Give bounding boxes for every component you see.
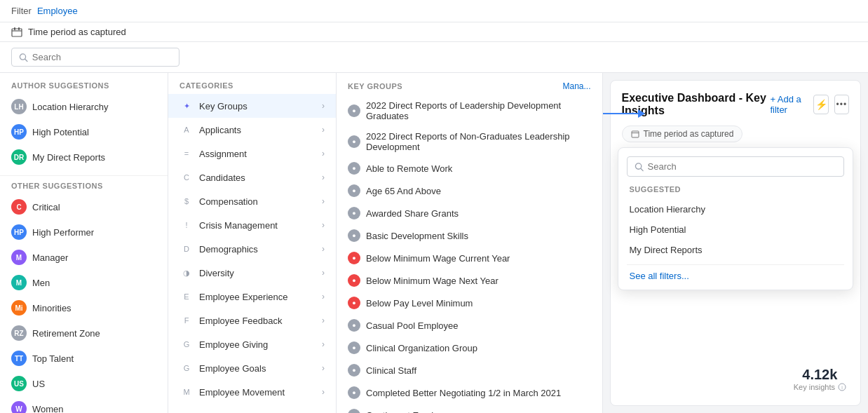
key-group-item[interactable]: ● Completed Better Negotiating 1/2 in Ma… [337, 381, 602, 404]
page-wrapper: Filter Employee Time period as captured … [0, 0, 868, 413]
author-suggestions-header: AUTHOR SUGGESTIONS [0, 79, 168, 94]
key-group-item[interactable]: ● Age 65 And Above [337, 180, 602, 202]
category-label: Employee Movement [199, 387, 316, 398]
key-group-item[interactable]: ● Able to Remote Work [337, 157, 602, 180]
category-item[interactable]: C Candidates › [168, 165, 336, 189]
category-item[interactable]: F Employee Feedback › [168, 309, 336, 332]
chevron-right-icon: › [322, 149, 325, 158]
key-group-item[interactable]: ● Clinical Organization Group [337, 337, 602, 359]
category-label: Employee Experience [199, 292, 316, 302]
search-input[interactable] [32, 52, 172, 62]
suggestion-label: High Potential [32, 127, 89, 137]
suggestion-label: US [32, 379, 45, 389]
key-group-item[interactable]: ● Casual Pool Employee [337, 314, 602, 337]
category-item[interactable]: D Demographics › [168, 237, 336, 261]
suggestion-label: High Performer [32, 227, 94, 238]
category-item[interactable]: ◑ Diversity › [168, 261, 336, 285]
suggestion-label: Women [32, 404, 64, 414]
category-item[interactable]: G Employee Goals › [168, 356, 336, 380]
key-group-item[interactable]: ● 2022 Direct Reports of Non-Graduates L… [337, 126, 602, 157]
category-icon: P [179, 409, 194, 413]
category-item[interactable]: ! Crisis Management › [168, 213, 336, 237]
category-item[interactable]: E Employee Experience › [168, 285, 336, 309]
other-suggestion-item[interactable]: M Manager [0, 245, 168, 270]
category-item[interactable]: ✦ Key Groups › [168, 94, 336, 118]
suggestion-label: Men [32, 278, 50, 288]
key-group-label: Clinical Organization Group [366, 343, 477, 353]
other-suggestion-item[interactable]: HP High Performer [0, 219, 168, 245]
key-group-item[interactable]: ● Below Minimum Wage Current Year [337, 247, 602, 269]
more-options-button[interactable]: ••• [834, 95, 849, 114]
manage-link[interactable]: Mana... [562, 81, 590, 91]
filter-search-wrapper [627, 156, 845, 177]
category-item[interactable]: G Employee Giving › [168, 332, 336, 356]
key-group-item[interactable]: ● 2022 Direct Reports of Leadership Deve… [337, 95, 602, 126]
avatar: RZ [11, 325, 27, 341]
calendar-icon-badge [631, 130, 639, 138]
key-group-icon: ● [348, 104, 360, 117]
key-group-label: Clinical Staff [366, 365, 416, 376]
key-group-item[interactable]: ● Below Minimum Wage Next Year [337, 269, 602, 292]
key-group-icon: ● [348, 274, 360, 287]
columns-wrapper: AUTHOR SUGGESTIONS LH Location Hierarchy… [0, 73, 868, 413]
category-icon: E [179, 290, 194, 304]
filter-suggestion-item[interactable]: Location Hierarchy [627, 199, 845, 219]
badge-time-period: Time period as captured [644, 129, 734, 139]
other-suggestion-item[interactable]: M Men [0, 270, 168, 295]
stats-row: 4.12k Key insights i [794, 367, 846, 391]
chevron-right-icon: › [322, 196, 325, 206]
suggestion-label: Minorities [32, 303, 72, 313]
suggestion-label: Critical [32, 202, 60, 212]
suggestion-label: Manager [32, 252, 68, 263]
author-suggestions-list: LH Location Hierarchy HP High Potential … [0, 94, 168, 170]
key-group-label: 2022 Direct Reports of Non-Graduates Lea… [366, 131, 591, 152]
suggestion-label: Location Hierarchy [32, 102, 108, 112]
key-group-item[interactable]: ● Basic Development Skills [337, 224, 602, 247]
filter-suggestion-item[interactable]: High Potential [627, 219, 845, 240]
category-icon: ✦ [179, 99, 194, 113]
other-suggestions-list: C Critical HP High Performer M Manager M… [0, 194, 168, 413]
other-suggestion-item[interactable]: C Critical [0, 194, 168, 219]
filter-search-input[interactable] [648, 161, 836, 172]
filter-suggestion-item[interactable]: My Direct Reports [627, 240, 845, 260]
category-icon: $ [179, 194, 194, 208]
category-item[interactable]: M Employee Movement › [168, 380, 336, 404]
bolt-button[interactable]: ⚡ [813, 95, 828, 114]
other-suggestion-item[interactable]: RZ Retirement Zone [0, 320, 168, 346]
category-label: Employee Feedback [199, 316, 316, 326]
author-suggestion-item[interactable]: LH Location Hierarchy [0, 94, 168, 119]
key-group-label: Age 65 And Above [366, 186, 441, 196]
svg-line-5 [25, 59, 27, 61]
see-all-filters-link[interactable]: See all filters... [627, 264, 845, 281]
category-icon: D [179, 242, 194, 256]
category-item[interactable]: P Employee Placements › [168, 404, 336, 413]
key-group-item[interactable]: ● Clinical Staff [337, 359, 602, 381]
category-item[interactable]: = Assignment › [168, 142, 336, 165]
category-icon: A [179, 123, 194, 137]
employee-filter-link[interactable]: Employee [37, 6, 78, 16]
key-group-item[interactable]: ● Awarded Share Grants [337, 202, 602, 224]
calendar-icon [11, 27, 22, 37]
key-group-icon: ● [348, 207, 360, 219]
svg-line-9 [640, 168, 642, 170]
other-suggestion-item[interactable]: W Women [0, 396, 168, 413]
dashboard-column: Executive Dashboard - Key Insights + Add… [603, 73, 869, 413]
key-group-icon: ● [348, 229, 360, 242]
add-filter-button[interactable]: + Add a filter [770, 94, 808, 115]
author-suggestion-item[interactable]: HP High Potential [0, 119, 168, 144]
author-suggestions-column: AUTHOR SUGGESTIONS LH Location Hierarchy… [0, 73, 168, 413]
category-item[interactable]: A Applicants › [168, 118, 336, 142]
category-item[interactable]: $ Compensation › [168, 189, 336, 213]
key-group-item[interactable]: ● Contingent Employee [337, 404, 602, 413]
other-suggestion-item[interactable]: US US [0, 371, 168, 396]
other-suggestion-item[interactable]: TT Top Talent [0, 346, 168, 371]
key-group-item[interactable]: ● Below Pay Level Minimum [337, 292, 602, 314]
key-group-icon: ● [348, 184, 360, 197]
author-suggestion-item[interactable]: DR My Direct Reports [0, 144, 168, 170]
exec-dashboard-header: Executive Dashboard - Key Insights + Add… [622, 92, 850, 117]
key-groups-column: KEY GROUPS Mana... ● 2022 Direct Reports… [337, 73, 603, 413]
chevron-right-icon: › [322, 101, 325, 111]
chevron-right-icon: › [322, 244, 325, 254]
other-suggestion-item[interactable]: Mi Minorities [0, 295, 168, 320]
category-icon: ! [179, 218, 194, 232]
